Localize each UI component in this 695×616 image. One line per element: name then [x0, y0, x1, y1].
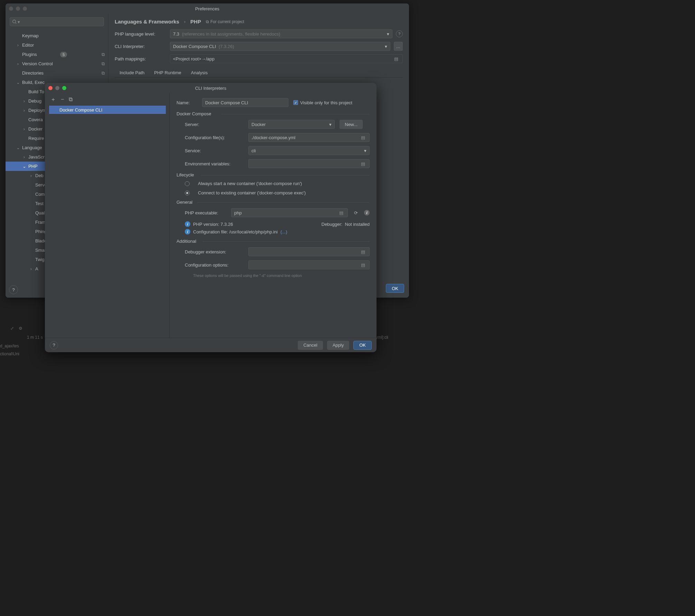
new-server-button[interactable]: New... [340, 120, 363, 129]
minimize-icon[interactable] [55, 86, 59, 90]
breadcrumb: Languages & Frameworks › PHP ⧉For curren… [115, 19, 403, 25]
mappings-label: Path mappings: [115, 56, 166, 61]
ok-button[interactable]: OK [353, 341, 372, 350]
list-icon[interactable]: ▤ [360, 161, 366, 166]
folder-icon[interactable]: ▤ [393, 56, 400, 61]
scope-label: ⧉For current project [206, 19, 244, 24]
chevron-down-icon: ▾ [18, 19, 20, 25]
section-docker: Docker Compose [177, 111, 370, 116]
cfgopt-input[interactable]: ▤ [248, 260, 370, 269]
gear-icon[interactable]: ⚙ [19, 326, 22, 331]
chevron-right-icon: › [16, 42, 20, 48]
svg-line-1 [16, 23, 17, 24]
maximize-icon[interactable] [62, 86, 66, 90]
maximize-icon[interactable] [23, 7, 27, 11]
browse-button[interactable]: … [394, 42, 403, 51]
copy-icon: ⧉ [206, 19, 209, 24]
chevron-right-icon: › [184, 19, 185, 24]
tab-php-runtime[interactable]: PHP Runtime [154, 68, 181, 77]
lifecycle-option-run[interactable]: Always start a new container ('docker-co… [185, 181, 370, 186]
window-title: Preferences [195, 6, 219, 11]
lifecycle-option-exec[interactable]: Connect to existing container ('docker-c… [185, 190, 370, 195]
env-input[interactable]: ▤ [248, 159, 370, 168]
sidebar-item-plugins[interactable]: Plugins5⧉ [6, 50, 108, 59]
chevron-down-icon: ▾ [385, 44, 387, 49]
exe-input[interactable]: php ▤ [231, 208, 348, 217]
list-icon[interactable]: ▤ [360, 262, 366, 268]
langlevel-select[interactable]: 7.3 (references in list assignments, fle… [170, 29, 392, 38]
name-label: Name: [177, 100, 197, 105]
folder-icon[interactable]: ▤ [360, 249, 366, 254]
debugger-label: Debugger: [322, 222, 343, 227]
name-input[interactable]: Docker Compose CLI [202, 98, 288, 107]
dbgext-input[interactable]: ▤ [248, 247, 370, 256]
cli-interpreters-dialog: CLI Interpreters ＋ − ⧉ Docker Compose CL… [45, 83, 377, 352]
mappings-field[interactable]: <Project root>→/app ▤ [170, 54, 403, 63]
chevron-down-icon: ⌄ [22, 164, 26, 169]
php-version-text: PHP version: 7.3.26 [193, 222, 233, 227]
visible-checkbox[interactable]: ✓ Visible only for this project [293, 100, 352, 105]
add-icon[interactable]: ＋ [50, 97, 56, 102]
chevron-right-icon: › [22, 154, 26, 160]
remove-icon[interactable]: − [61, 97, 64, 102]
close-icon[interactable] [48, 86, 53, 90]
ok-button[interactable]: OK [386, 284, 404, 293]
interpreter-list-item[interactable]: Docker Compose CLI [49, 106, 166, 114]
env-label: Environment variables: [185, 161, 244, 166]
section-lifecycle: Lifecycle [177, 172, 370, 177]
copy-icon: ⧉ [102, 61, 105, 67]
cli-select[interactable]: Docker Compose CLI (7.3.26) ▾ [170, 42, 390, 51]
modal-title: CLI Interpreters [195, 86, 226, 91]
sidebar-item-version-control[interactable]: ›Version Control⧉ [6, 59, 108, 68]
close-icon[interactable] [9, 7, 13, 11]
search-icon [12, 19, 17, 24]
folder-icon[interactable]: ▤ [338, 210, 345, 215]
sidebar-item-directories[interactable]: Directories⧉ [6, 68, 108, 78]
info-icon[interactable]: i [364, 210, 370, 215]
cfgopt-label: Configuration options: [185, 262, 244, 268]
folder-icon[interactable]: ▤ [360, 135, 366, 140]
tab-analysis[interactable]: Analysis [191, 68, 208, 77]
copy-icon[interactable]: ⧉ [69, 97, 73, 102]
chevron-down-icon: ▾ [329, 122, 332, 127]
apply-button[interactable]: Apply [327, 341, 350, 350]
server-label: Server: [185, 122, 244, 127]
checkbox-icon: ✓ [293, 100, 298, 105]
chevron-down-icon: ▾ [364, 148, 366, 153]
traffic-lights [9, 7, 27, 11]
section-general: General [177, 200, 370, 205]
server-select[interactable]: Docker▾ [248, 120, 335, 129]
info-icon: i [185, 229, 190, 234]
help-button[interactable]: ? [50, 341, 58, 349]
config-file-text: Configuration file: /usr/local/etc/php/p… [193, 229, 278, 234]
bg-time-1: 1 m 11 s [27, 335, 43, 340]
chevron-right-icon: › [29, 266, 33, 271]
preferences-titlebar: Preferences [6, 3, 409, 14]
cancel-button[interactable]: Cancel [298, 341, 323, 350]
svg-point-0 [13, 20, 16, 23]
chevron-right-icon: › [22, 108, 26, 113]
dbgext-label: Debugger extension: [185, 249, 244, 254]
service-select[interactable]: cli▾ [248, 146, 370, 155]
debugger-value: Not installed [345, 222, 370, 227]
count-badge: 5 [60, 52, 67, 57]
cli-label: CLI Interpreter: [115, 44, 166, 49]
sidebar-item-keymap[interactable]: Keymap [6, 31, 108, 40]
modal-footer: ? Cancel Apply OK [45, 338, 377, 352]
config-file-more-link[interactable]: (...) [280, 229, 287, 234]
expand-icon[interactable]: ⤢ [10, 326, 14, 331]
minimize-icon[interactable] [16, 7, 20, 11]
interpreter-details-panel: Name: Docker Compose CLI ✓ Visible only … [169, 93, 377, 338]
help-button[interactable]: ? [9, 285, 18, 294]
tabs: Include Path PHP Runtime Analysis [115, 68, 403, 78]
help-icon[interactable]: ? [396, 30, 403, 37]
modal-titlebar: CLI Interpreters [45, 83, 377, 93]
config-file-input[interactable]: ./docker-compose.yml ▤ [248, 133, 370, 142]
bg-toolbar-icons: ⤢ ⚙ [10, 326, 22, 331]
search-input[interactable]: ▾ [10, 17, 104, 26]
tab-include-path[interactable]: Include Path [120, 68, 144, 77]
copy-icon: ⧉ [102, 70, 105, 76]
reload-icon[interactable]: ⟳ [353, 210, 359, 215]
sidebar-item-editor[interactable]: ›Editor [6, 40, 108, 50]
chevron-right-icon: › [22, 98, 26, 104]
